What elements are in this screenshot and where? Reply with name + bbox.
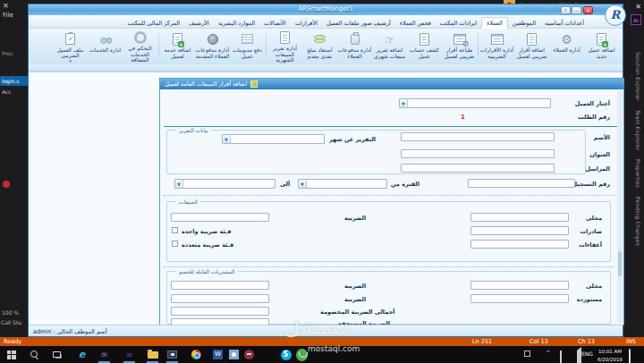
start-button[interactable] [5,349,17,360]
name-label: الأسم [593,134,610,141]
tray-chevron-icon[interactable]: ^ [546,350,551,357]
address-field[interactable] [401,149,555,158]
name-field[interactable] [401,132,555,141]
correspondent-field[interactable] [401,164,555,173]
registration-no-label: رقم التسجيل [572,181,610,188]
ribbon-button-add-client-service[interactable]: اضافة خدمة لعميل [160,30,195,63]
notification-center-button[interactable] [629,350,631,363]
taskbar-clock[interactable]: 10:01 AM 6/20/2018 [594,348,626,363]
tab-declarations[interactable]: الأقرارات [291,18,322,28]
chevron-down-icon[interactable]: ▼ [400,99,408,107]
vs-column-indicator: Col 13 [530,338,548,345]
minimize-button[interactable]: — [572,6,581,14]
scrollbar-thumb[interactable] [618,251,622,276]
volume-icon[interactable] [573,350,581,363]
tab-clients[interactable]: العملاء [481,17,508,29]
vs-side-tab-strip: Solution Explorer Team Explorer Properti… [635,52,641,255]
vs-line-indicator: Ln 251 [472,338,492,345]
app-icon [229,350,239,359]
ribbon-button-label: اضافة خدمة لعميل [160,47,195,59]
scrollbar[interactable] [617,90,623,324]
ribbon-button-manage-clients[interactable]: أدارة العملاء [549,30,584,63]
sales-exports-field[interactable] [470,226,569,235]
vs-login-tab[interactable]: login.c [0,76,28,86]
ribbon-button-client-account-statement[interactable]: كشف حساب عميل [407,30,442,63]
ribbon-button-print-tax-declaration[interactable]: طباعة أقرار ضريبى لعميل [442,30,477,63]
tab-client-inspection[interactable]: فحص العملاء [395,18,436,28]
taskbar-app-1[interactable] [228,349,240,360]
language-indicator[interactable]: ENG [581,350,593,357]
illustrator-icon[interactable]: Ai [631,14,641,25]
ribbon-button-add-new-client[interactable]: اضافة عميل جديد [584,30,619,63]
ribbon-button-recover-advance-cash[interactable]: أستعاد مبلغ نقدى مقدم [302,30,337,63]
form-icon [250,80,258,88]
ribbon-button-pay-client-debts[interactable]: دفع مديونيات عميل [230,30,265,63]
tab-employees[interactable]: الموظفين [508,18,540,28]
tab-communications[interactable]: الأتصالات [259,18,291,28]
breakpoint-indicator [3,181,10,188]
close-icon[interactable]: ✕ [635,3,641,11]
tab-hr[interactable]: الموارد البشرية [214,18,259,28]
chevron-down-icon[interactable]: ▼ [175,180,183,188]
tab-office-financial-center[interactable]: المركز المالى للمكتب [123,18,184,28]
network-icon[interactable] [560,351,562,363]
taskbar-chrome[interactable] [191,349,202,360]
taskbar-skype[interactable]: S [280,349,292,360]
gear-icon [561,30,572,47]
purchases-local-tax-field[interactable] [171,281,269,290]
ribbon-button-label: دفع مديونيات عميل [230,47,265,59]
vs-tab-properties[interactable]: Properties [635,159,641,188]
ribbon-button-add-monthly-sales-report[interactable]: اضافة تقرير مبيعات شهرى [372,30,407,63]
vs-close-icon[interactable]: ✕ [3,2,9,10]
sales-exemptions-field[interactable] [470,240,569,249]
close-button[interactable]: ✕ [583,6,593,14]
ribbon-button-control-added-services[interactable]: التحكم فى الخدمات المضافة [123,30,157,63]
sales-local-field[interactable] [470,213,569,222]
vs-tab-team-explorer[interactable]: Team Explorer [635,110,641,150]
chevron-down-icon[interactable]: ▼ [299,180,307,188]
multi-tax-category-checkbox[interactable] [172,241,178,247]
tab-archive[interactable]: الأرشيف [184,18,214,28]
ribbon-button-manage-client-payments[interactable]: أدارة مدفوعات العملاء [337,30,372,63]
period-from-combobox[interactable]: ▼ [298,179,387,189]
single-tax-category-checkbox[interactable] [172,227,178,233]
tray-icon[interactable] [524,350,530,357]
total-deducted-tax-field[interactable] [171,307,269,316]
taskbar-snipping-tool[interactable] [166,349,178,360]
ribbon-button-manage-tax-declarations[interactable]: أدارة الأقرارات الضريبية [479,30,514,63]
ribbon-button-manage-services[interactable]: ادارة الخدمات [88,30,123,63]
help-button[interactable]: ؟ [561,6,571,14]
ribbon-button-client-tax-file[interactable]: ملف العميل الضريبى ▾ [53,30,88,63]
taskbar-app-2[interactable] [243,349,255,360]
tab-client-files-archive[interactable]: أرشيف صور ملفات العميل [322,18,395,28]
period-to-combobox[interactable]: ▼ [174,179,275,189]
report-month-combobox[interactable]: ▼ [222,134,325,144]
ribbon-button-add-tax-declaration[interactable]: اضافة أقرار ضريبى لعميل [514,30,549,63]
ribbon-button-manage-monthly-sales-reports[interactable]: أدارة تقرير المبيعات الشهرية [267,30,302,63]
add-service-icon [173,33,182,46]
purchases-local-field[interactable] [470,281,569,290]
purchases-imported-tax-field[interactable] [171,294,269,303]
vs-tab-pending-changes[interactable]: Pending Changes [635,197,641,246]
vs-code-text-proc: Proc [2,50,13,56]
tab-basic-settings[interactable]: أعدادات أساسية [540,18,589,28]
taskbar-word[interactable]: W [212,349,224,360]
taskbar-edge[interactable]: e [76,349,88,360]
choose-client-combobox[interactable]: ▼ [399,98,551,108]
vs-zoom-level[interactable]: 100 % [2,309,19,316]
watermark-arabic: مستقل [284,317,350,339]
vs-file-menu[interactable]: File [3,12,13,19]
chevron-down-icon[interactable]: ▼ [223,135,231,143]
taskbar-visual-studio-2[interactable]: ∞ [123,349,135,360]
taskbar-visual-studio[interactable]: ∞ [98,349,110,360]
vs-call-stack-label[interactable]: Call Sta [1,319,21,325]
tab-office-revenues[interactable]: ايرادات المكتب [436,18,481,28]
vs-tab-solution-explorer[interactable]: Solution Explorer [635,52,641,101]
sales-tax-field[interactable] [171,213,269,222]
ribbon-button-manage-advance-payments[interactable]: أدارة مدفوعات العملاء المقدمة [195,30,230,63]
search-button[interactable] [29,349,40,360]
task-view-button[interactable] [51,349,63,360]
purchases-imported-field[interactable] [470,294,569,303]
registration-no-field[interactable] [468,179,575,188]
taskbar-file-explorer[interactable] [147,349,158,360]
